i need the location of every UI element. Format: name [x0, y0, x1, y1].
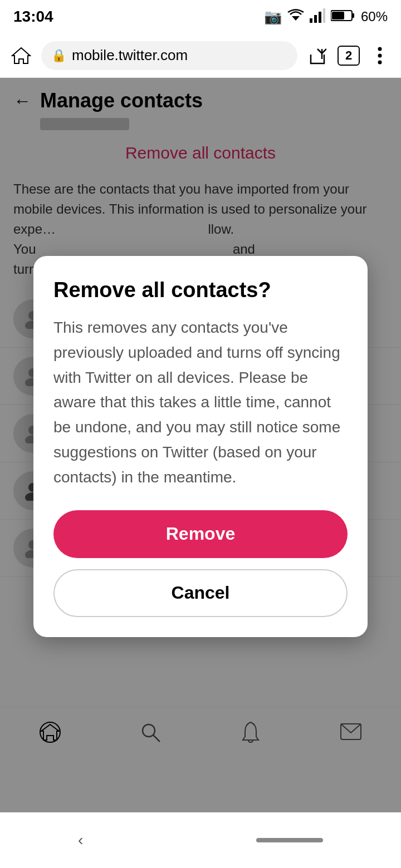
tab-count[interactable]: 2	[338, 46, 360, 66]
svg-rect-1	[310, 18, 312, 23]
svg-rect-6	[352, 13, 354, 18]
modal-title: Remove all contacts?	[53, 278, 348, 302]
svg-point-9	[378, 53, 382, 57]
signal-icon	[310, 8, 325, 25]
browser-home-button[interactable]	[9, 43, 33, 68]
battery-percent: 60%	[361, 9, 388, 24]
remove-contacts-modal: Remove all contacts? This removes any co…	[33, 256, 368, 637]
wifi-icon	[287, 8, 304, 25]
android-home-pill[interactable]	[256, 838, 323, 842]
status-icons: 📷 60%	[264, 8, 388, 26]
share-button[interactable]	[305, 43, 330, 68]
remove-button[interactable]: Remove	[53, 510, 348, 558]
modal-body: This removes any contacts you've previou…	[53, 315, 348, 490]
status-bar: 13:04 📷	[0, 0, 401, 33]
svg-rect-4	[323, 8, 325, 23]
url-text: mobile.twitter.com	[72, 47, 188, 64]
battery-icon	[331, 9, 355, 24]
svg-rect-2	[314, 15, 317, 23]
svg-point-8	[378, 47, 382, 51]
browser-bar: 🔒 mobile.twitter.com 2	[0, 33, 401, 78]
url-bar[interactable]: 🔒 mobile.twitter.com	[41, 41, 297, 70]
android-back-button[interactable]: ‹	[78, 831, 83, 849]
svg-point-10	[378, 60, 382, 64]
browser-actions: 2	[305, 43, 392, 68]
svg-marker-0	[292, 16, 300, 21]
svg-rect-3	[319, 12, 321, 23]
cancel-button[interactable]: Cancel	[53, 569, 348, 617]
menu-button[interactable]	[368, 43, 392, 68]
lock-icon: 🔒	[51, 48, 66, 63]
android-nav-bar: ‹	[0, 812, 401, 868]
svg-rect-7	[332, 12, 344, 19]
status-time: 13:04	[13, 8, 53, 26]
camera-icon: 📷	[264, 8, 282, 26]
